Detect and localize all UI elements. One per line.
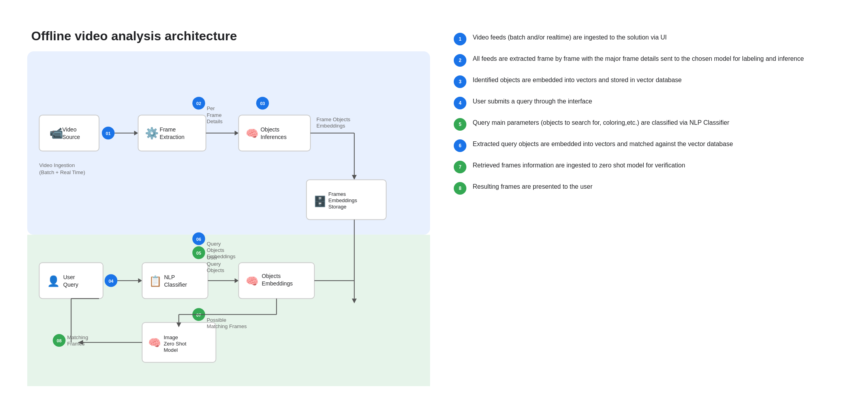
person-icon: 👤 bbox=[47, 275, 60, 287]
frames-embed-label3: Storage bbox=[328, 204, 346, 210]
legend-text-7: Retrieved frames information are ingeste… bbox=[473, 161, 841, 170]
legend-text-5: Query main parameters (objects to search… bbox=[473, 118, 841, 128]
video-source-box bbox=[39, 115, 99, 151]
legend-item-6: 6 Extracted query objects are embedded i… bbox=[454, 139, 841, 152]
obj-embed-label1: Objects bbox=[262, 273, 281, 279]
video-source-label: Video bbox=[62, 126, 77, 133]
architecture-diagram: 📹 Video Source Video Ingestion (Batch + … bbox=[27, 51, 430, 386]
user-query-objects-label2: Query bbox=[207, 261, 221, 267]
legend-text-8: Resulting frames are presented to the us… bbox=[473, 182, 841, 191]
nlp-label2: Classifier bbox=[164, 282, 187, 288]
legend-text-1: Video feeds (batch and/or realtime) are … bbox=[473, 33, 841, 42]
video-source-label2: Source bbox=[62, 134, 80, 140]
user-query-label2: Query bbox=[63, 282, 79, 288]
zero-shot-label1: Image bbox=[163, 334, 178, 340]
legend-text-3: Identified objects are embedded into vec… bbox=[473, 75, 841, 85]
frame-obj-embed-label1: Frame Objects bbox=[316, 116, 350, 122]
legend-item-5: 5 Query main parameters (objects to sear… bbox=[454, 118, 841, 131]
possible-match-label1: Possible bbox=[207, 317, 226, 323]
legend-badge-5: 5 bbox=[454, 118, 466, 131]
gear-icon: ⚙️ bbox=[145, 126, 159, 140]
badge-05-text: 05 bbox=[196, 251, 201, 255]
possible-match-label2: Matching Frames bbox=[207, 323, 247, 329]
zero-shot-label3: Model bbox=[163, 347, 178, 353]
legend-text-6: Extracted query objects are embedded int… bbox=[473, 139, 841, 149]
query-obj-embed-label1: Query bbox=[207, 241, 221, 247]
badge-03-text: 03 bbox=[260, 101, 265, 106]
video-ingestion-label2: (Batch + Real Time) bbox=[39, 169, 85, 175]
page-container: Offline video analysis architecture 📹 Vi… bbox=[19, 17, 849, 396]
legend-item-8: 8 Resulting frames are presented to the … bbox=[454, 182, 841, 195]
badge-06-text: 06 bbox=[196, 237, 201, 242]
legend-badge-2: 2 bbox=[454, 54, 466, 67]
frames-embed-label1: Frames bbox=[328, 191, 346, 197]
badge-08-text: 08 bbox=[57, 338, 62, 343]
brain-icon-1: 🧠 bbox=[246, 127, 259, 140]
frame-extraction-label2: Extraction bbox=[160, 134, 184, 140]
camera-icon: 📹 bbox=[49, 126, 64, 140]
nlp-label1: NLP bbox=[164, 274, 175, 280]
legend-item-4: 4 User submits a query through the inter… bbox=[454, 97, 841, 109]
frame-obj-embed-label2: Embeddings bbox=[316, 123, 345, 129]
legend-text-4: User submits a query through the interfa… bbox=[473, 97, 841, 106]
objects-inferences-label1: Objects bbox=[261, 126, 280, 133]
objects-inferences-label2: Inferences bbox=[261, 134, 287, 140]
list-icon: 📋 bbox=[149, 275, 162, 287]
page-title: Offline video analysis architecture bbox=[27, 29, 430, 43]
legend-item-7: 7 Retrieved frames information are inges… bbox=[454, 161, 841, 173]
obj-embed-label2: Embeddings bbox=[262, 280, 293, 287]
brain-icon-3: 🧠 bbox=[148, 336, 161, 349]
matching-frames-label1: Matching bbox=[67, 334, 88, 340]
zero-shot-label2: Zero Shot bbox=[163, 341, 186, 347]
user-query-label1: User bbox=[63, 274, 75, 280]
legend-badge-6: 6 bbox=[454, 139, 466, 152]
frames-embed-label2: Embeddings bbox=[328, 197, 357, 203]
legend-badge-3: 3 bbox=[454, 75, 466, 88]
legend-badge-8: 8 bbox=[454, 182, 466, 195]
per-frame-label1: Per bbox=[207, 105, 215, 111]
per-frame-label2: Frame bbox=[207, 112, 222, 118]
badge-02-text: 02 bbox=[196, 101, 201, 106]
badge-01-text: 01 bbox=[106, 131, 111, 136]
badge-04-text: 04 bbox=[109, 279, 114, 283]
storage-icon: 🗄️ bbox=[314, 195, 327, 208]
query-obj-embed-label3: Embeddings bbox=[207, 253, 235, 259]
legend-badge-7: 7 bbox=[454, 161, 466, 173]
legend-badge-4: 4 bbox=[454, 97, 466, 109]
per-frame-label3: Details bbox=[207, 118, 223, 124]
query-obj-embed-label2: Objects bbox=[207, 247, 224, 253]
badge-07-text: 07 bbox=[196, 313, 201, 317]
legend-item-2: 2 All feeds are extracted frame by frame… bbox=[454, 54, 841, 67]
diagram-area: Offline video analysis architecture 📹 Vi… bbox=[27, 29, 430, 392]
video-ingestion-label1: Video Ingestion bbox=[39, 162, 75, 168]
legend-item-1: 1 Video feeds (batch and/or realtime) ar… bbox=[454, 33, 841, 45]
frame-extraction-label1: Frame bbox=[160, 126, 176, 133]
legend-item-3: 3 Identified objects are embedded into v… bbox=[454, 75, 841, 88]
user-query-objects-label3: Objects bbox=[207, 267, 224, 273]
legend-badge-1: 1 bbox=[454, 33, 466, 45]
brain-icon-2: 🧠 bbox=[246, 275, 259, 287]
legend-area: 1 Video feeds (batch and/or realtime) ar… bbox=[446, 29, 841, 207]
legend-text-2: All feeds are extracted frame by frame w… bbox=[473, 54, 841, 64]
